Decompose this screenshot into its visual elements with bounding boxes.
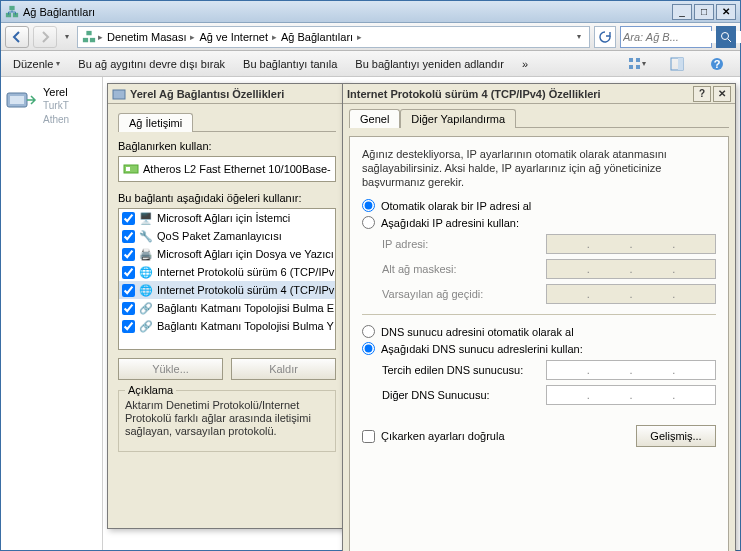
client-icon: 🖥️: [139, 211, 153, 225]
checkbox[interactable]: [122, 212, 135, 225]
dialog-title: Internet Protokolü sürüm 4 (TCP/IPv4) Öz…: [347, 88, 693, 100]
dialog-icon: [112, 87, 126, 101]
checkbox[interactable]: [122, 320, 135, 333]
tabs: Ağ İletişimi: [118, 112, 336, 132]
cmd-organize[interactable]: Düzenle▾: [13, 58, 60, 70]
nav-bar: ▾ ▸ Denetim Masası ▸ Ağ ve Internet ▸ Ağ…: [1, 23, 740, 51]
close-button[interactable]: ✕: [713, 86, 731, 102]
network-icon: [5, 5, 19, 19]
svg-rect-5: [86, 30, 91, 34]
minimize-button[interactable]: _: [672, 4, 692, 20]
cmd-disable[interactable]: Bu ağ aygıtını devre dışı bırak: [78, 58, 225, 70]
input-dns1[interactable]: ...: [546, 360, 716, 380]
items-label: Bu bağlantı aşağıdaki öğeleri kullanır:: [118, 192, 336, 204]
svg-rect-4: [90, 37, 95, 41]
close-button[interactable]: ✕: [716, 4, 736, 20]
content-area: Yerel TurkT Athen Yerel Ağ Bağlantısı Öz…: [1, 77, 740, 550]
preview-icon[interactable]: [666, 54, 688, 74]
svg-rect-9: [636, 58, 640, 62]
list-item: 🔧QoS Paket Zamanlayıcısı: [119, 227, 335, 245]
adapter-name: Atheros L2 Fast Ethernet 10/100Base-: [143, 163, 331, 175]
list-item: 🔗Bağlantı Katmanı Topolojisi Bulma Y: [119, 317, 335, 335]
lltd-icon: 🔗: [139, 319, 153, 333]
window-title: Ağ Bağlantıları: [23, 6, 672, 18]
label-gateway: Varsayılan ağ geçidi:: [382, 288, 546, 300]
command-bar: Düzenle▾ Bu ağ aygıtını devre dışı bırak…: [1, 51, 740, 77]
svg-rect-8: [629, 65, 633, 69]
history-dropdown[interactable]: ▾: [61, 32, 73, 41]
crumb-network[interactable]: Ağ ve Internet: [197, 31, 270, 43]
checkbox[interactable]: [122, 284, 135, 297]
search-box[interactable]: [620, 26, 712, 48]
checkbox[interactable]: [122, 302, 135, 315]
radio-manual-ip[interactable]: Aşağıdaki IP adresini kullan:: [362, 216, 716, 229]
dialog-titlebar: Internet Protokolü sürüm 4 (TCP/IPv4) Öz…: [343, 84, 735, 104]
label-mask: Alt ağ maskesi:: [382, 263, 546, 275]
cmd-rename[interactable]: Bu bağlantıyı yeniden adlandır: [355, 58, 504, 70]
back-button[interactable]: [5, 26, 29, 48]
adapter-box[interactable]: Atheros L2 Fast Ethernet 10/100Base-: [118, 156, 336, 182]
cmd-more[interactable]: »: [522, 58, 528, 70]
dialog-title: Yerel Ağ Bağlantısı Özellikleri: [130, 88, 342, 100]
radio-manual-dns[interactable]: Aşağıdaki DNS sunucu adreslerini kullan:: [362, 342, 716, 355]
help-icon[interactable]: ?: [706, 54, 728, 74]
connect-using-label: Bağlanırken kullan:: [118, 140, 336, 152]
svg-rect-12: [678, 58, 683, 70]
nic-name: Yerel: [43, 85, 69, 99]
install-button[interactable]: Yükle...: [118, 358, 223, 380]
components-list[interactable]: 🖥️Microsoft Ağları için İstemci 🔧QoS Pak…: [118, 208, 336, 350]
help-button[interactable]: ?: [693, 86, 711, 102]
maximize-button[interactable]: □: [694, 4, 714, 20]
crumb-connections[interactable]: Ağ Bağlantıları: [279, 31, 355, 43]
svg-point-6: [722, 32, 729, 39]
nic-item[interactable]: Yerel TurkT Athen: [5, 85, 98, 127]
connection-properties-dialog: Yerel Ağ Bağlantısı Özellikleri Ağ İleti…: [107, 83, 347, 529]
list-item: 🖥️Microsoft Ağları için İstemci: [119, 209, 335, 227]
description-heading: Açıklama: [125, 384, 176, 396]
adapter-icon: [123, 161, 139, 177]
tabs: Genel Diğer Yapılandırma: [349, 108, 729, 128]
tab-general[interactable]: Genel: [349, 109, 400, 128]
radio-auto-ip[interactable]: Otomatik olarak bir IP adresi al: [362, 199, 716, 212]
dialog-titlebar: Yerel Ağ Bağlantısı Özellikleri: [108, 84, 346, 104]
svg-rect-17: [113, 90, 125, 99]
checkbox[interactable]: [122, 248, 135, 261]
svg-rect-7: [629, 58, 633, 62]
svg-rect-2: [9, 5, 14, 9]
ipv4-icon: 🌐: [139, 283, 153, 297]
qos-icon: 🔧: [139, 229, 153, 243]
view-icon[interactable]: ▾: [626, 54, 648, 74]
forward-button[interactable]: [33, 26, 57, 48]
label-dns2: Diğer DNS Sunucusu:: [382, 389, 546, 401]
general-sheet: Ağınız destekliyorsa, IP ayarlarının oto…: [349, 136, 729, 551]
connection-list: Yerel TurkT Athen: [1, 77, 103, 550]
checkbox-validate[interactable]: Çıkarken ayarları doğrula: [362, 430, 636, 443]
input-gateway: ...: [546, 284, 716, 304]
tab-networking[interactable]: Ağ İletişimi: [118, 113, 193, 132]
search-go-button[interactable]: [716, 26, 736, 48]
advanced-button[interactable]: Gelişmiş...: [636, 425, 716, 447]
input-mask: ...: [546, 259, 716, 279]
crumb-control-panel[interactable]: Denetim Masası: [105, 31, 188, 43]
crumb-dropdown[interactable]: ▾: [573, 32, 585, 41]
checkbox[interactable]: [122, 230, 135, 243]
refresh-button[interactable]: [594, 26, 616, 48]
nic-sub2: Athen: [43, 113, 69, 127]
radio-auto-dns[interactable]: DNS sunucu adresini otomatik olarak al: [362, 325, 716, 338]
label-ip: IP adresi:: [382, 238, 546, 250]
info-text: Ağınız destekliyorsa, IP ayarlarının oto…: [362, 147, 716, 189]
cmd-diagnose[interactable]: Bu bağlantıyı tanıla: [243, 58, 337, 70]
ipv6-icon: 🌐: [139, 265, 153, 279]
input-dns2[interactable]: ...: [546, 385, 716, 405]
list-item: 🖨️Microsoft Ağları için Dosya ve Yazıcı: [119, 245, 335, 263]
uninstall-button[interactable]: Kaldır: [231, 358, 336, 380]
share-icon: 🖨️: [139, 247, 153, 261]
description-text: Aktarım Denetimi Protokolü/Internet Prot…: [125, 399, 329, 438]
breadcrumb-bar[interactable]: ▸ Denetim Masası ▸ Ağ ve Internet ▸ Ağ B…: [77, 26, 590, 48]
input-ip: ...: [546, 234, 716, 254]
checkbox[interactable]: [122, 266, 135, 279]
list-item: 🔗Bağlantı Katmanı Topolojisi Bulma E: [119, 299, 335, 317]
tab-alt[interactable]: Diğer Yapılandırma: [400, 109, 516, 128]
svg-rect-19: [126, 167, 130, 171]
list-item: 🌐Internet Protokolü sürüm 6 (TCP/IPv: [119, 263, 335, 281]
